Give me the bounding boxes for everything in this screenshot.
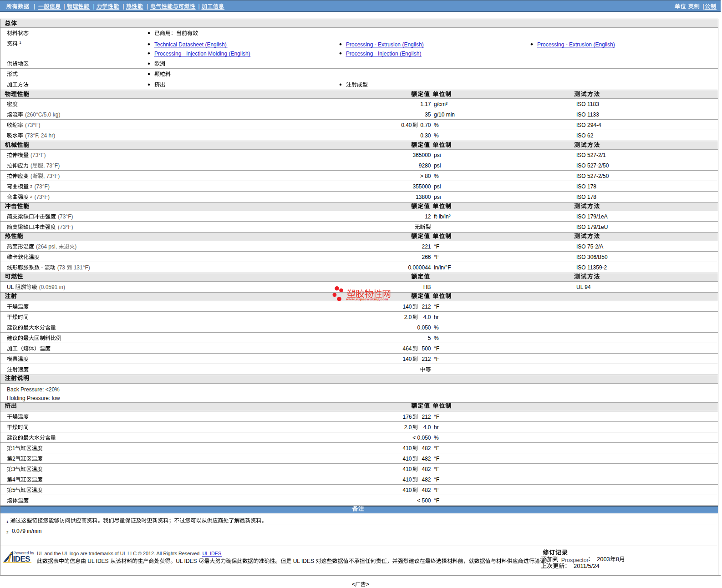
svg-text:212: 212 <box>422 356 431 362</box>
svg-text:410: 410 <box>402 466 412 472</box>
svg-text:(: ( <box>31 173 32 179</box>
svg-text:482: 482 <box>422 466 431 472</box>
svg-text:UL IDES: UL IDES <box>86 558 110 564</box>
svg-text:|: | <box>703 3 704 10</box>
svg-text:3: 3 <box>12 466 15 472</box>
svg-text:<: < <box>352 581 355 588</box>
svg-text:410: 410 <box>402 476 412 483</box>
svg-text:365000: 365000 <box>412 152 431 158</box>
svg-text:|: | <box>123 3 124 10</box>
svg-text:8: 8 <box>616 556 619 563</box>
svg-text:482: 482 <box>422 456 431 462</box>
svg-text:ISO 527-2/50: ISO 527-2/50 <box>576 173 609 179</box>
svg-text:Holding Pressure: low: Holding Pressure: low <box>7 395 60 401</box>
svg-text:(260°C/5.0 kg): (260°C/5.0 kg) <box>25 112 61 118</box>
svg-text:(73°F, 24 hr): (73°F, 24 hr) <box>25 132 55 139</box>
svg-text:(73°F): (73°F) <box>25 122 40 128</box>
svg-text:°F: °F <box>434 487 439 493</box>
svg-text:ISO 1133: ISO 1133 <box>576 112 599 118</box>
svg-text:Back Pressure: <20%: Back Pressure: <20% <box>7 386 60 393</box>
svg-text:131°F): 131°F) <box>72 264 90 271</box>
svg-text:221: 221 <box>422 243 431 250</box>
svg-text:HB: HB <box>423 284 431 290</box>
svg-text:%: % <box>434 173 439 179</box>
svg-text:in/in/°F: in/in/°F <box>434 264 451 271</box>
svg-text:2011/5/24: 2011/5/24 <box>574 563 600 569</box>
svg-text:°F: °F <box>434 466 439 472</box>
svg-text:(73°F): (73°F) <box>58 213 73 220</box>
svg-text:IDES: IDES <box>13 555 31 563</box>
svg-text:UL 94: UL 94 <box>576 284 591 290</box>
svg-text:UL IDES: UL IDES <box>203 551 222 556</box>
svg-text:psi: psi <box>434 152 441 158</box>
svg-text:Processing - Injection Molding: Processing - Injection Molding (English) <box>154 51 250 57</box>
svg-text:(73°F): (73°F) <box>34 194 49 200</box>
svg-text:410: 410 <box>402 456 412 462</box>
svg-text:, 73°F): , 73°F) <box>43 173 60 179</box>
svg-text:(264 psi,: (264 psi, <box>36 243 58 250</box>
svg-text:g/10 min: g/10 min <box>434 112 455 118</box>
svg-text:0.70: 0.70 <box>420 122 431 128</box>
svg-text:|: | <box>34 3 35 10</box>
svg-text:140: 140 <box>402 356 412 362</box>
svg-text:(73°F): (73°F) <box>58 224 73 230</box>
svg-text:°F: °F <box>434 445 439 451</box>
svg-text:g/cm³: g/cm³ <box>434 101 447 107</box>
svg-text:ISO 306/B50: ISO 306/B50 <box>576 254 608 260</box>
svg-text:ISO 178: ISO 178 <box>576 194 596 200</box>
svg-text:ISO 527-2/50: ISO 527-2/50 <box>576 162 609 169</box>
svg-text:ISO 75-2/A: ISO 75-2/A <box>576 243 603 250</box>
svg-text:(0.0591 in): (0.0591 in) <box>39 284 65 290</box>
svg-text:2: 2 <box>6 530 9 534</box>
svg-text:www.sujiaowuxing.com: www.sujiaowuxing.com <box>346 297 388 301</box>
svg-text:°F: °F <box>434 476 439 483</box>
svg-text:410: 410 <box>402 487 412 493</box>
svg-text:°F: °F <box>434 456 439 462</box>
svg-text:UL and the UL logo are tradema: UL and the UL logo are trademarks of UL … <box>37 551 202 556</box>
svg-text:482: 482 <box>422 476 431 483</box>
svg-text:176: 176 <box>402 414 412 420</box>
svg-text:35: 35 <box>425 112 431 118</box>
svg-text:9280: 9280 <box>419 162 431 169</box>
svg-text:500: 500 <box>422 345 431 352</box>
svg-text:1: 1 <box>19 41 21 45</box>
svg-text:355000: 355000 <box>412 183 431 190</box>
svg-text:0.079 in/min: 0.079 in/min <box>12 528 41 534</box>
svg-text:1.17: 1.17 <box>420 101 431 107</box>
svg-text:2003: 2003 <box>597 556 610 563</box>
svg-text:Processing - Extrusion (Englis: Processing - Extrusion (English) <box>537 41 615 48</box>
svg-text:212: 212 <box>422 304 431 310</box>
svg-text:ISO 527-2/1: ISO 527-2/1 <box>576 152 606 158</box>
svg-text:0.30: 0.30 <box>420 132 431 139</box>
svg-text:410: 410 <box>402 445 412 451</box>
svg-text:(73°F): (73°F) <box>31 152 46 158</box>
svg-text:464: 464 <box>402 345 412 352</box>
svg-text:, 73°F): , 73°F) <box>43 162 60 169</box>
svg-text:2: 2 <box>30 184 32 188</box>
svg-text:ft·lb/in²: ft·lb/in² <box>434 213 451 220</box>
svg-text:Processing - Extrusion (Englis: Processing - Extrusion (English) <box>346 41 424 48</box>
svg-text:°F: °F <box>434 345 439 352</box>
svg-text:>: > <box>366 581 369 588</box>
svg-text:266: 266 <box>422 254 431 260</box>
svg-text:hr: hr <box>434 424 439 431</box>
svg-text:°F: °F <box>434 356 439 362</box>
svg-text:2: 2 <box>30 195 32 199</box>
svg-text:0.000044: 0.000044 <box>408 264 431 271</box>
svg-text:ISO 1183: ISO 1183 <box>576 101 599 107</box>
svg-text:UL: UL <box>7 284 15 290</box>
svg-text:5: 5 <box>428 335 431 341</box>
svg-text:%: % <box>434 132 439 139</box>
svg-text:%: % <box>434 122 439 128</box>
svg-text:0.050: 0.050 <box>417 324 431 331</box>
svg-text:UL IDES: UL IDES <box>176 558 198 564</box>
svg-text:ISO 294-4: ISO 294-4 <box>576 122 601 128</box>
svg-text:°F: °F <box>434 243 439 250</box>
svg-text:ISO 179/1eA: ISO 179/1eA <box>576 213 608 220</box>
svg-text:(73°F): (73°F) <box>34 183 49 190</box>
svg-text:ISO 178: ISO 178 <box>576 183 596 190</box>
svg-text:482: 482 <box>422 487 431 493</box>
svg-text:4.0: 4.0 <box>423 424 431 431</box>
svg-text:Processing - Injection (Englis: Processing - Injection (English) <box>346 51 421 57</box>
svg-text:%: % <box>434 335 439 341</box>
